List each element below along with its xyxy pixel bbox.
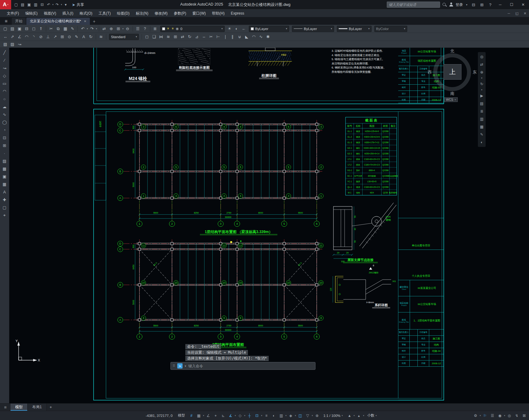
model-space-button[interactable]: 模型 — [175, 413, 187, 418]
extend-icon[interactable]: ⊢ — [215, 33, 222, 40]
hamburger-menu-icon[interactable]: ≡ — [1, 17, 12, 25]
doc-close-button[interactable]: ✕ — [521, 11, 529, 15]
cut-icon[interactable]: ✂ — [48, 25, 55, 32]
isometric-drafting-toggle[interactable]: ◇ — [236, 412, 244, 419]
ortho-mode-toggle[interactable]: ⊾ — [219, 412, 227, 419]
dim-radius-icon[interactable]: ◝ — [30, 33, 37, 40]
zoom-window-icon[interactable]: ⊞ — [115, 25, 122, 32]
doc-restore-button[interactable]: ◱ — [513, 11, 521, 15]
dynamic-ucs-toggle[interactable]: ◫ — [297, 412, 304, 419]
zoom-tool-icon[interactable]: ⊕ — [478, 69, 485, 75]
make-block-icon[interactable]: ⊞ — [1, 142, 8, 149]
orbit-tool-icon[interactable]: ↻ — [478, 81, 485, 87]
join-icon[interactable]: ⊎ — [236, 33, 243, 40]
tab-layout1[interactable]: 布局1 — [28, 404, 47, 411]
object-snap-arrow[interactable]: ▾ — [261, 414, 262, 417]
color-dropdown[interactable]: ByLayer▾ — [249, 26, 289, 32]
lineweight-display-toggle[interactable]: ≡ — [263, 412, 270, 419]
workspace-switching-arrow[interactable]: ▾ — [480, 414, 481, 417]
add-layout-button[interactable]: + — [47, 405, 55, 409]
zoom-previous-icon[interactable]: ⊖ — [124, 25, 131, 32]
gizmo-toggle[interactable]: ⊕ — [314, 412, 321, 419]
layer-properties-icon[interactable]: ≣ — [152, 25, 159, 32]
annotation-monitor-toggle[interactable]: ⚐ — [481, 412, 488, 419]
dynamic-input-toggle[interactable]: ⌖ — [212, 412, 219, 419]
new-tab-button[interactable]: + — [90, 18, 98, 25]
polar-tracking-arrow[interactable]: ▾ — [235, 414, 236, 417]
signin-button[interactable]: 登录 — [456, 2, 463, 7]
viewcube-north[interactable]: 北 — [450, 48, 454, 54]
quick-properties-toggle[interactable]: ☰ — [489, 412, 496, 419]
cart-icon[interactable]: ⊟ — [470, 2, 477, 7]
tab-start[interactable]: 开始 — [12, 18, 26, 25]
search-input[interactable] — [387, 2, 440, 8]
open-icon[interactable]: ▤ — [20, 2, 26, 8]
redo-dropdown-arrow[interactable]: ▾ — [96, 28, 97, 30]
add-selected-icon[interactable]: ✚ — [1, 196, 8, 203]
undo-icon[interactable]: ↶ — [46, 2, 52, 8]
autoscale-arrow[interactable]: ▾ — [363, 414, 364, 417]
command-bar[interactable]: ⠿ > ▾ — [170, 362, 315, 370]
fillet-icon[interactable]: ◠ — [250, 33, 257, 40]
tab-model[interactable]: 模型 — [11, 404, 28, 411]
plotstyle-dropdown[interactable]: ByColor▾ — [374, 26, 407, 32]
tolerance-icon[interactable]: ⊞ — [59, 33, 66, 40]
tool-palettes-icon[interactable]: ▥ — [478, 116, 485, 122]
measure-icon[interactable]: ⌖ — [1, 212, 8, 219]
revision-cloud-icon[interactable]: ☁ — [1, 103, 8, 110]
orbit-tool-dropdown-arrow[interactable]: ▾ — [481, 89, 483, 91]
insert-block-icon[interactable]: ⊡ — [1, 134, 8, 141]
publish-icon[interactable]: ⇑ — [37, 25, 44, 32]
3d-object-snap-toggle[interactable]: ◈ — [287, 412, 294, 419]
zoom-tool-dropdown-arrow[interactable]: ▾ — [481, 77, 483, 79]
explode-icon[interactable]: ✱ — [265, 33, 271, 40]
multiline-text-icon[interactable]: A — [1, 188, 8, 196]
point-icon[interactable]: ∙ — [1, 150, 8, 157]
save-as-icon[interactable]: ▥ — [33, 2, 39, 8]
apps-icon[interactable]: ⊞ — [479, 2, 485, 7]
gradient-icon[interactable]: ▩ — [1, 165, 8, 172]
text-style-dropdown[interactable]: Standard▾ — [109, 34, 139, 40]
scale-icon[interactable]: ⊿ — [193, 33, 200, 40]
menu-工具[interactable]: 工具(T) — [95, 10, 114, 17]
annotation-visibility-arrow[interactable]: ▾ — [354, 414, 355, 417]
move-icon[interactable]: ⇄ — [179, 33, 186, 40]
units-button-arrow[interactable]: ▾ — [376, 414, 377, 417]
layers-palette-icon[interactable]: ≣ — [478, 108, 485, 114]
array-icon[interactable]: ⊞ — [172, 33, 179, 40]
linetype-dropdown[interactable]: ByLayer▾ — [292, 26, 334, 32]
redo-icon[interactable]: ↷ — [89, 25, 95, 32]
mirror-icon[interactable]: ⋈ — [158, 33, 165, 40]
grid-display-toggle[interactable]: # — [188, 412, 195, 419]
stretch-icon[interactable]: ⇔ — [201, 33, 207, 40]
viewcube[interactable]: 北 西 东 南 上 WCS▾ — [428, 49, 477, 103]
annotation-visibility-toggle[interactable]: ▲ — [346, 412, 353, 419]
zoom-realtime-icon[interactable]: ⊕ — [108, 25, 115, 32]
help-icon[interactable]: ? — [142, 25, 148, 32]
trim-icon[interactable]: ✂ — [208, 33, 214, 40]
isolate-objects-toggle[interactable]: ◎ — [506, 412, 513, 419]
menu-窗口[interactable]: 窗口(W) — [189, 10, 209, 17]
close-button[interactable]: ✕ — [518, 1, 528, 9]
navigation-wheel-icon[interactable]: ◎ — [478, 54, 485, 60]
tab-close-icon[interactable]: ✕ — [84, 20, 86, 23]
group-icon[interactable]: ▢ — [1, 204, 8, 211]
dim-linear-icon[interactable]: ↔ — [2, 33, 9, 40]
menu-格式[interactable]: 格式(O) — [77, 10, 95, 17]
layer-previous-icon[interactable]: ← — [240, 25, 247, 32]
offset-icon[interactable]: ≋ — [165, 33, 172, 40]
menu-修改[interactable]: 修改(M) — [152, 10, 171, 17]
help-icon[interactable]: ? — [487, 2, 493, 7]
undo-dropdown-arrow[interactable]: ▾ — [87, 28, 88, 30]
rectangle-icon[interactable]: ▭ — [1, 80, 8, 87]
edit-polyline-icon[interactable]: ↝ — [16, 41, 23, 48]
dim-arc-icon[interactable]: ◠ — [23, 33, 30, 40]
search-icon[interactable] — [442, 2, 447, 7]
lock-ui-toggle[interactable]: ◉ — [496, 412, 503, 419]
layer-off-icon[interactable]: ☀ — [226, 25, 233, 32]
circle-icon[interactable]: ○ — [1, 95, 8, 103]
lock-ui-arrow[interactable]: ▾ — [504, 414, 505, 417]
redo-icon[interactable]: ↷ — [54, 2, 60, 8]
command-options-arrow[interactable]: ▾ — [185, 365, 186, 368]
polar-tracking-toggle[interactable]: ∡ — [227, 412, 234, 419]
